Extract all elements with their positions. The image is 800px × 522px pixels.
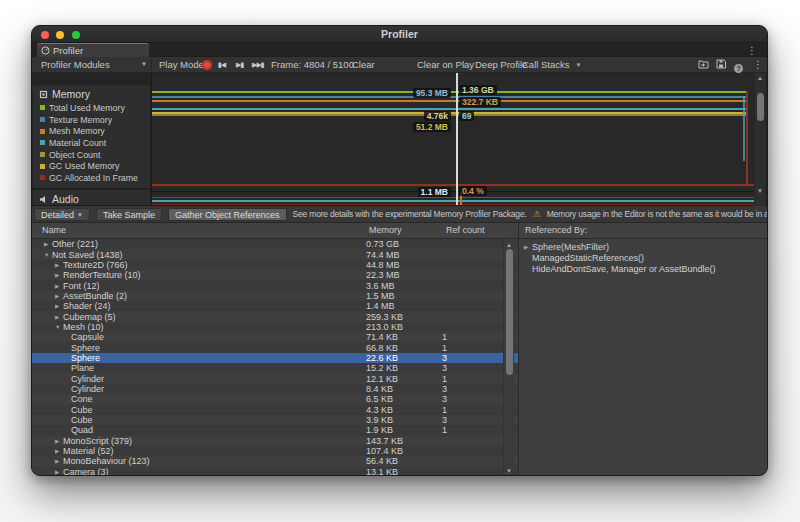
- legend-label: Material Count: [49, 138, 106, 148]
- row-label: Cylinder: [71, 384, 104, 394]
- memory-module-toolbar: Detailed▼ Take Sample Gather Object Refe…: [32, 206, 767, 223]
- expand-arrow-icon[interactable]: ▶: [55, 436, 63, 446]
- legend-item[interactable]: Mesh Memory: [33, 125, 150, 137]
- expand-arrow-icon[interactable]: ▶: [55, 312, 63, 322]
- tree-scrollbar[interactable]: ▲ ▼: [503, 239, 514, 476]
- chevron-down-icon: ▼: [141, 61, 147, 67]
- expand-arrow-icon[interactable]: ▶: [55, 301, 63, 311]
- table-row[interactable]: ▶RenderTexture (10)22.3 MB: [32, 270, 518, 280]
- expand-arrow-icon[interactable]: ▶: [55, 467, 63, 476]
- collapse-arrow-icon[interactable]: ▼: [44, 250, 52, 260]
- column-header-name[interactable]: Name: [42, 223, 66, 238]
- tree-scrollbar-thumb[interactable]: [506, 249, 513, 375]
- expand-arrow-icon[interactable]: ▶: [55, 270, 63, 280]
- table-row[interactable]: ▼Mesh (10)213.0 KB: [32, 322, 518, 332]
- profiler-chart-plot[interactable]: [151, 73, 756, 206]
- table-row[interactable]: ▶Font (12)3.6 MB: [32, 280, 518, 290]
- table-row[interactable]: ▶MonoScript (379)143.7 KB: [32, 436, 518, 446]
- table-row[interactable]: ▶Camera (3)13.1 KB: [32, 467, 518, 476]
- table-row[interactable]: Quad1.9 KB1: [32, 425, 518, 435]
- row-label: Cube: [71, 405, 93, 415]
- record-button[interactable]: [202, 60, 212, 70]
- table-row[interactable]: ▶Texture2D (766)44.8 MB: [32, 260, 518, 270]
- expand-arrow-icon[interactable]: ▶: [55, 281, 63, 291]
- table-row[interactable]: ▼Not Saved (1438)74.4 MB: [32, 249, 518, 259]
- scroll-down-icon[interactable]: ▼: [504, 467, 514, 475]
- current-frame-button[interactable]: ▶▶▮: [252, 57, 264, 73]
- referenced-by-item[interactable]: HideAndDontSave, Manager or AssetBundle(…: [519, 264, 768, 275]
- charts-scrollbar-thumb[interactable]: [757, 93, 764, 121]
- table-row[interactable]: ▶MonoBehaviour (123)56.4 KB: [32, 456, 518, 466]
- clear-button[interactable]: Clear: [352, 57, 375, 73]
- table-row[interactable]: Sphere22.6 KB3: [32, 353, 518, 363]
- column-header-ref-count[interactable]: Ref count: [446, 223, 485, 238]
- legend-label: Total Used Memory: [49, 103, 125, 113]
- row-name-cell: ▶Shader (24): [32, 301, 518, 311]
- editor-memory-warning: Memory usage in the Editor is not the sa…: [547, 209, 767, 219]
- memory-legend: Total Used MemoryTexture MemoryMesh Memo…: [33, 102, 150, 184]
- audio-memory-value: 1.1 MB: [418, 187, 451, 197]
- audio-module-card[interactable]: Audio Playing Audio Sources: [33, 190, 150, 206]
- column-header-memory[interactable]: Memory: [369, 223, 402, 238]
- expand-arrow-icon[interactable]: ▶: [55, 446, 63, 456]
- row-name-cell: ▼Mesh (10): [32, 322, 518, 332]
- row-ref-count-cell: 3: [442, 415, 472, 425]
- expand-arrow-icon[interactable]: ▶: [524, 242, 532, 252]
- charts-scrollbar[interactable]: ▲ ▼: [754, 73, 765, 206]
- row-label: Sphere: [71, 353, 100, 363]
- table-row[interactable]: Cone6.5 KB3: [32, 394, 518, 404]
- clear-on-play-button[interactable]: Clear on Play: [417, 57, 474, 73]
- table-row[interactable]: Cube4.3 KB1: [32, 405, 518, 415]
- memory-module-card[interactable]: Memory Total Used MemoryTexture MemoryMe…: [33, 85, 150, 189]
- scroll-up-icon[interactable]: ▲: [504, 241, 514, 249]
- toolbar-kebab-menu-icon[interactable]: ⋮: [753, 57, 763, 73]
- next-frame-button[interactable]: ▶▮: [236, 57, 243, 73]
- table-row[interactable]: ▶AssetBundle (2)1.5 MB: [32, 291, 518, 301]
- selected-frame-line[interactable]: [456, 73, 458, 206]
- table-row[interactable]: ▶Material (52)107.4 KB: [32, 446, 518, 456]
- legend-item[interactable]: Total Used Memory: [33, 102, 150, 114]
- row-ref-count-cell: 1: [442, 343, 472, 353]
- detailed-dropdown[interactable]: Detailed▼: [34, 208, 90, 221]
- deep-profile-button[interactable]: Deep Profile: [475, 57, 527, 73]
- table-row[interactable]: Cube3.9 KB3: [32, 415, 518, 425]
- legend-item[interactable]: GC Allocated In Frame: [33, 172, 150, 184]
- previous-frame-button[interactable]: ▮◀: [218, 57, 225, 73]
- table-row[interactable]: ▶Shader (24)1.4 MB: [32, 301, 518, 311]
- scroll-down-icon[interactable]: ▼: [755, 187, 765, 195]
- gather-object-references-button[interactable]: Gather Object References: [168, 208, 287, 221]
- legend-item[interactable]: Object Count: [33, 149, 150, 161]
- expand-arrow-icon[interactable]: ▶: [44, 239, 52, 249]
- table-row[interactable]: Plane15.2 KB3: [32, 363, 518, 373]
- table-row[interactable]: ▶Cubemap (5)259.3 KB: [32, 311, 518, 321]
- profiler-gauge-icon: [41, 46, 50, 55]
- row-memory-cell: 143.7 KB: [366, 436, 438, 446]
- table-row[interactable]: ▶Other (221)0.73 GB: [32, 239, 518, 249]
- expand-arrow-icon[interactable]: ▶: [55, 260, 63, 270]
- collapse-arrow-icon[interactable]: ▼: [55, 322, 63, 332]
- tab-kebab-menu-icon[interactable]: ⋮: [747, 44, 757, 57]
- charts-area: Memory Total Used MemoryTexture MemoryMe…: [32, 73, 767, 206]
- referenced-by-item[interactable]: ▶Sphere(MeshFilter): [519, 242, 768, 253]
- table-row[interactable]: Capsule71.4 KB1: [32, 332, 518, 342]
- expand-arrow-icon[interactable]: ▶: [55, 456, 63, 466]
- call-stacks-dropdown[interactable]: Call Stacks▼: [522, 57, 581, 73]
- profiler-modules-dropdown[interactable]: Profiler Modules: [41, 57, 110, 73]
- tab-profiler[interactable]: Profiler: [37, 43, 149, 57]
- legend-item[interactable]: GC Used Memory: [33, 160, 150, 172]
- row-memory-cell: 1.5 MB: [366, 291, 438, 301]
- table-row[interactable]: Cylinder12.1 KB1: [32, 373, 518, 383]
- expand-arrow-icon[interactable]: ▶: [55, 291, 63, 301]
- table-row[interactable]: Sphere66.8 KB1: [32, 342, 518, 352]
- legend-item[interactable]: Material Count: [33, 137, 150, 149]
- referenced-by-item[interactable]: ManagedStaticReferences(): [519, 253, 768, 264]
- scroll-up-icon[interactable]: ▲: [755, 74, 765, 82]
- table-row[interactable]: Cylinder8.4 KB3: [32, 384, 518, 394]
- row-memory-cell: 44.8 MB: [366, 260, 438, 270]
- row-label: Camera (3): [63, 467, 109, 476]
- module-sidebar: Memory Total Used MemoryTexture MemoryMe…: [32, 73, 151, 206]
- memory-module-header: Memory: [33, 85, 150, 102]
- titlebar[interactable]: Profiler: [32, 26, 767, 43]
- take-sample-button[interactable]: Take Sample: [96, 208, 162, 221]
- legend-item[interactable]: Texture Memory: [33, 114, 150, 126]
